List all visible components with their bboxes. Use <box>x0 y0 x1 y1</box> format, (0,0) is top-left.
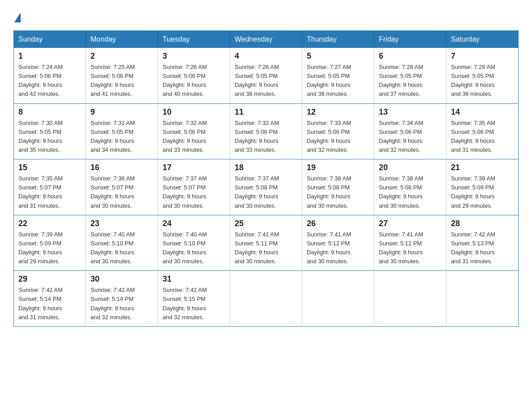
day-number: 22 <box>18 219 81 228</box>
day-number: 17 <box>163 163 225 172</box>
calendar-day-cell: 3Sunrise: 7:26 AMSunset: 5:06 PMDaylight… <box>158 48 230 103</box>
calendar-day-header-saturday: Saturday <box>446 31 519 48</box>
calendar-day-cell: 30Sunrise: 7:42 AMSunset: 5:14 PMDayligh… <box>86 271 158 327</box>
day-info: Sunrise: 7:37 AMSunset: 5:07 PMDaylight:… <box>163 174 225 210</box>
logo-triangle-icon <box>14 13 21 22</box>
day-info: Sunrise: 7:33 AMSunset: 5:06 PMDaylight:… <box>307 119 369 155</box>
day-number: 5 <box>307 51 369 61</box>
calendar-day-header-monday: Monday <box>86 31 158 48</box>
day-info: Sunrise: 7:27 AMSunset: 5:05 PMDaylight:… <box>307 63 369 99</box>
day-info: Sunrise: 7:38 AMSunset: 5:08 PMDaylight:… <box>379 174 442 210</box>
calendar-day-cell: 8Sunrise: 7:30 AMSunset: 5:05 PMDaylight… <box>14 103 86 159</box>
calendar-week-row: 1Sunrise: 7:24 AMSunset: 5:06 PMDaylight… <box>14 48 519 103</box>
day-number: 4 <box>235 51 297 61</box>
day-info: Sunrise: 7:35 AMSunset: 5:07 PMDaylight:… <box>18 174 81 210</box>
calendar-day-cell: 17Sunrise: 7:37 AMSunset: 5:07 PMDayligh… <box>158 159 230 215</box>
day-info: Sunrise: 7:32 AMSunset: 5:06 PMDaylight:… <box>163 119 225 155</box>
day-number: 26 <box>307 219 369 228</box>
day-info: Sunrise: 7:40 AMSunset: 5:10 PMDaylight:… <box>163 230 225 266</box>
calendar-day-cell: 28Sunrise: 7:42 AMSunset: 5:13 PMDayligh… <box>446 215 519 271</box>
day-number: 21 <box>451 163 514 172</box>
day-number: 31 <box>163 274 225 284</box>
calendar-day-cell: 22Sunrise: 7:39 AMSunset: 5:09 PMDayligh… <box>14 215 86 271</box>
calendar-day-cell: 26Sunrise: 7:41 AMSunset: 5:12 PMDayligh… <box>302 215 374 271</box>
day-number: 2 <box>90 51 153 61</box>
calendar-week-row: 8Sunrise: 7:30 AMSunset: 5:05 PMDaylight… <box>14 103 519 159</box>
day-info: Sunrise: 7:42 AMSunset: 5:13 PMDaylight:… <box>451 230 514 266</box>
calendar-day-header-tuesday: Tuesday <box>158 31 230 48</box>
calendar-day-cell: 29Sunrise: 7:42 AMSunset: 5:14 PMDayligh… <box>14 271 86 327</box>
logo <box>13 13 21 22</box>
day-number: 24 <box>163 219 225 228</box>
day-info: Sunrise: 7:40 AMSunset: 5:10 PMDaylight:… <box>90 230 153 266</box>
calendar-day-cell: 20Sunrise: 7:38 AMSunset: 5:08 PMDayligh… <box>374 159 446 215</box>
day-info: Sunrise: 7:24 AMSunset: 5:06 PMDaylight:… <box>18 63 81 99</box>
calendar-day-cell: 18Sunrise: 7:37 AMSunset: 5:08 PMDayligh… <box>230 159 302 215</box>
day-number: 16 <box>90 163 153 172</box>
calendar-week-row: 15Sunrise: 7:35 AMSunset: 5:07 PMDayligh… <box>14 159 519 215</box>
day-number: 11 <box>235 107 297 117</box>
calendar-day-cell: 10Sunrise: 7:32 AMSunset: 5:06 PMDayligh… <box>158 103 230 159</box>
calendar-week-row: 29Sunrise: 7:42 AMSunset: 5:14 PMDayligh… <box>14 271 519 327</box>
calendar-day-cell <box>374 271 446 327</box>
day-info: Sunrise: 7:37 AMSunset: 5:08 PMDaylight:… <box>235 174 297 210</box>
calendar-day-cell: 2Sunrise: 7:25 AMSunset: 5:06 PMDaylight… <box>86 48 158 103</box>
calendar-day-header-thursday: Thursday <box>302 31 374 48</box>
day-number: 10 <box>163 107 225 117</box>
day-number: 8 <box>18 107 81 117</box>
day-number: 12 <box>307 107 369 117</box>
day-number: 3 <box>163 51 225 61</box>
calendar-header-row: SundayMondayTuesdayWednesdayThursdayFrid… <box>14 31 519 48</box>
calendar-day-cell: 9Sunrise: 7:31 AMSunset: 5:05 PMDaylight… <box>86 103 158 159</box>
calendar-day-header-friday: Friday <box>374 31 446 48</box>
day-info: Sunrise: 7:42 AMSunset: 5:14 PMDaylight:… <box>90 286 153 322</box>
calendar-day-cell: 14Sunrise: 7:35 AMSunset: 5:06 PMDayligh… <box>446 103 519 159</box>
day-info: Sunrise: 7:36 AMSunset: 5:07 PMDaylight:… <box>90 174 153 210</box>
calendar-table: SundayMondayTuesdayWednesdayThursdayFrid… <box>13 30 519 327</box>
day-number: 13 <box>379 107 442 117</box>
calendar-day-cell <box>302 271 374 327</box>
day-info: Sunrise: 7:41 AMSunset: 5:11 PMDaylight:… <box>235 230 297 266</box>
day-info: Sunrise: 7:39 AMSunset: 5:09 PMDaylight:… <box>451 174 514 210</box>
calendar-day-cell: 25Sunrise: 7:41 AMSunset: 5:11 PMDayligh… <box>230 215 302 271</box>
calendar-day-cell: 15Sunrise: 7:35 AMSunset: 5:07 PMDayligh… <box>14 159 86 215</box>
page-header <box>13 9 519 22</box>
day-number: 29 <box>18 274 81 284</box>
day-number: 27 <box>379 219 442 228</box>
calendar-day-cell: 6Sunrise: 7:28 AMSunset: 5:05 PMDaylight… <box>374 48 446 103</box>
calendar-day-cell: 19Sunrise: 7:38 AMSunset: 5:08 PMDayligh… <box>302 159 374 215</box>
day-number: 18 <box>235 163 297 172</box>
calendar-day-cell: 21Sunrise: 7:39 AMSunset: 5:09 PMDayligh… <box>446 159 519 215</box>
day-info: Sunrise: 7:39 AMSunset: 5:09 PMDaylight:… <box>18 230 81 266</box>
day-number: 9 <box>90 107 153 117</box>
calendar-day-cell: 1Sunrise: 7:24 AMSunset: 5:06 PMDaylight… <box>14 48 86 103</box>
calendar-day-cell <box>230 271 302 327</box>
day-info: Sunrise: 7:26 AMSunset: 5:06 PMDaylight:… <box>163 63 225 99</box>
day-info: Sunrise: 7:32 AMSunset: 5:06 PMDaylight:… <box>235 119 297 155</box>
calendar-day-cell: 23Sunrise: 7:40 AMSunset: 5:10 PMDayligh… <box>86 215 158 271</box>
day-number: 25 <box>235 219 297 228</box>
day-info: Sunrise: 7:34 AMSunset: 5:06 PMDaylight:… <box>379 119 442 155</box>
calendar-day-cell: 31Sunrise: 7:42 AMSunset: 5:15 PMDayligh… <box>158 271 230 327</box>
day-info: Sunrise: 7:30 AMSunset: 5:05 PMDaylight:… <box>18 119 81 155</box>
calendar-day-cell: 4Sunrise: 7:26 AMSunset: 5:05 PMDaylight… <box>230 48 302 103</box>
day-number: 28 <box>451 219 514 228</box>
day-number: 6 <box>379 51 442 61</box>
calendar-day-cell: 13Sunrise: 7:34 AMSunset: 5:06 PMDayligh… <box>374 103 446 159</box>
day-info: Sunrise: 7:29 AMSunset: 5:05 PMDaylight:… <box>451 63 514 99</box>
day-number: 19 <box>307 163 369 172</box>
day-info: Sunrise: 7:26 AMSunset: 5:05 PMDaylight:… <box>235 63 297 99</box>
day-number: 23 <box>90 219 153 228</box>
day-info: Sunrise: 7:42 AMSunset: 5:14 PMDaylight:… <box>18 286 81 322</box>
calendar-day-cell: 5Sunrise: 7:27 AMSunset: 5:05 PMDaylight… <box>302 48 374 103</box>
calendar-day-header-sunday: Sunday <box>14 31 86 48</box>
day-info: Sunrise: 7:31 AMSunset: 5:05 PMDaylight:… <box>90 119 153 155</box>
calendar-day-cell: 7Sunrise: 7:29 AMSunset: 5:05 PMDaylight… <box>446 48 519 103</box>
calendar-day-header-wednesday: Wednesday <box>230 31 302 48</box>
calendar-week-row: 22Sunrise: 7:39 AMSunset: 5:09 PMDayligh… <box>14 215 519 271</box>
day-number: 14 <box>451 107 514 117</box>
day-info: Sunrise: 7:38 AMSunset: 5:08 PMDaylight:… <box>307 174 369 210</box>
calendar-day-cell: 12Sunrise: 7:33 AMSunset: 5:06 PMDayligh… <box>302 103 374 159</box>
day-number: 30 <box>90 274 153 284</box>
day-number: 15 <box>18 163 81 172</box>
